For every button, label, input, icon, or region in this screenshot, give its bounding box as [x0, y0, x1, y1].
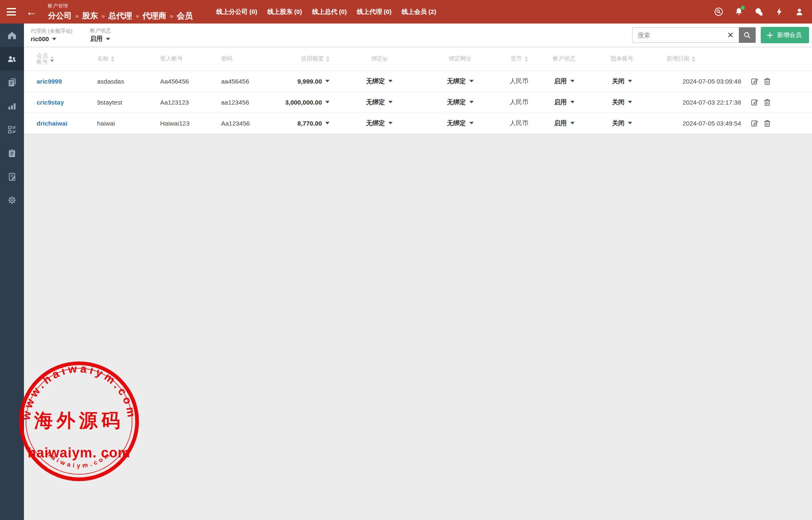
bind-url-dropdown[interactable]: 无绑定 — [427, 71, 494, 92]
breadcrumb-item[interactable]: 总代理 — [108, 11, 132, 21]
sidebar — [0, 24, 24, 520]
member-account-link[interactable]: drichaiwai — [37, 120, 67, 127]
breadcrumb-item[interactable]: 股东 — [82, 11, 98, 21]
chevron-down-icon — [388, 80, 393, 82]
column-header-password: 密码 — [214, 47, 275, 71]
add-member-button[interactable]: 新增会员 — [761, 27, 809, 43]
login-account: Aa123123 — [160, 99, 189, 106]
column-header-login: 登入帐号 — [153, 47, 214, 71]
header-tab-3[interactable]: 线上总代 (0) — [312, 8, 347, 16]
member-account-link[interactable]: aric9999 — [37, 78, 62, 85]
chevron-down-icon — [52, 38, 56, 40]
add-member-label: 新增会员 — [777, 31, 801, 39]
column-header-created[interactable]: 新增日期 — [660, 47, 744, 71]
sidebar-item-clipboard[interactable] — [0, 141, 24, 165]
column-header-bind_ip: 绑定ip — [332, 47, 427, 71]
member-account-link[interactable]: cric9stay — [37, 99, 64, 106]
chevron-down-icon — [628, 101, 632, 103]
status-dropdown[interactable]: 启用 — [544, 71, 584, 92]
notification-dot — [741, 6, 745, 10]
sidebar-item-reports[interactable] — [0, 71, 24, 94]
chevron-down-icon — [325, 122, 330, 124]
hide-bets-dropdown[interactable]: 关闭 — [584, 113, 660, 134]
column-header-currency[interactable]: 货币 — [494, 47, 544, 71]
bind-ip-dropdown[interactable]: 无绑定 — [332, 71, 427, 92]
sidebar-item-members[interactable] — [0, 47, 24, 71]
reports-icon — [7, 78, 17, 87]
chevron-down-icon — [469, 80, 474, 82]
settings-icon — [7, 195, 17, 205]
bind-url-dropdown[interactable]: 无绑定 — [427, 92, 494, 113]
hide-bets-dropdown[interactable]: 关闭 — [584, 92, 660, 113]
password-value: aa456456 — [221, 78, 249, 85]
messages-icon[interactable] — [754, 7, 764, 16]
breadcrumb-block: 帐户管理 分公司»股东»总代理»代理商»会员 — [48, 3, 192, 21]
chevron-down-icon — [570, 101, 575, 103]
bind-url-dropdown[interactable]: 无绑定 — [427, 113, 494, 134]
search-button[interactable] — [739, 27, 756, 43]
clear-search-icon[interactable]: ✕ — [727, 31, 734, 39]
search-icon — [743, 32, 751, 39]
search-input[interactable] — [632, 27, 739, 43]
credit-dropdown[interactable]: 3,000,000.00 — [275, 92, 332, 113]
bind-ip-dropdown[interactable]: 无绑定 — [332, 113, 427, 134]
header-tab-4[interactable]: 线上代理 (0) — [357, 8, 392, 16]
credit-dropdown[interactable]: 8,770.00 — [275, 113, 332, 134]
sidebar-item-ledger[interactable] — [0, 165, 24, 188]
notifications-icon[interactable] — [734, 7, 743, 16]
ledger-icon — [7, 172, 17, 181]
header-tab-1[interactable]: 线上分公司 (0) — [216, 8, 257, 16]
status-dropdown[interactable]: 启用 — [544, 113, 584, 134]
currency-value: 人民币 — [510, 98, 529, 106]
credit-dropdown[interactable]: 9,999.00 — [275, 71, 332, 92]
agent-filter-dropdown[interactable]: 代理商 (余额浮动) ric000 — [31, 28, 72, 42]
chevron-down-icon — [469, 122, 474, 124]
delete-icon[interactable] — [763, 77, 771, 85]
member-name: haiwai — [97, 120, 115, 127]
breadcrumb-item[interactable]: 代理商 — [142, 11, 166, 21]
column-header-account[interactable]: 会员帐号 — [24, 47, 90, 71]
top-bar: ← 帐户管理 分公司»股东»总代理»代理商»会员 线上分公司 (0)线上股东 (… — [0, 0, 812, 24]
hamburger-menu-icon[interactable] — [6, 8, 17, 16]
password-value: aa123456 — [221, 99, 249, 106]
profile-icon[interactable] — [795, 7, 804, 16]
breadcrumb-item[interactable]: 会员 — [177, 11, 192, 21]
chevron-down-icon — [628, 122, 632, 124]
column-header-name[interactable]: 名称 — [90, 47, 153, 71]
agent-filter-label: 代理商 (余额浮动) — [31, 28, 72, 35]
filter-toolbar: 代理商 (余额浮动) ric000 帐户状态 启用 ✕ 新增会员 — [24, 24, 812, 47]
delete-icon[interactable] — [763, 119, 771, 127]
chevron-down-icon — [570, 80, 575, 82]
member-name: asdasdas — [97, 78, 124, 85]
chevron-down-icon — [325, 80, 330, 82]
header-tab-5[interactable]: 线上会员 (2) — [401, 8, 436, 16]
delete-icon[interactable] — [763, 98, 771, 106]
sidebar-item-settings[interactable] — [0, 188, 24, 212]
member-name: 9staytest — [97, 99, 122, 106]
column-header-credit[interactable]: 信用额度 — [275, 47, 332, 71]
sort-arrows-icon — [326, 56, 330, 62]
members-table-card: 会员帐号名称登入帐号密码信用额度绑定ip绑定网址货币帐户状态隐单账号新增日期 a… — [24, 47, 812, 134]
sort-arrows-icon — [692, 56, 695, 62]
status-dropdown[interactable]: 启用 — [544, 92, 584, 113]
edit-icon[interactable] — [751, 119, 759, 127]
table-row: cric9stay9staytestAa123123aa1234563,000,… — [24, 92, 812, 113]
breadcrumb-separator: » — [101, 12, 105, 19]
header-tab-2[interactable]: 线上股东 (0) — [267, 8, 302, 16]
quick-actions-icon[interactable] — [775, 7, 784, 16]
home-icon — [7, 31, 17, 40]
search-icon[interactable] — [714, 7, 723, 16]
sidebar-item-tasks[interactable] — [0, 118, 24, 141]
hide-bets-dropdown[interactable]: 关闭 — [584, 71, 660, 92]
breadcrumb-item[interactable]: 分公司 — [48, 11, 72, 21]
column-header-spacer — [773, 47, 812, 71]
edit-icon[interactable] — [751, 77, 759, 85]
back-button[interactable]: ← — [26, 6, 37, 17]
tasks-icon — [7, 125, 17, 134]
sidebar-item-home[interactable] — [0, 24, 24, 47]
bind-ip-dropdown[interactable]: 无绑定 — [332, 92, 427, 113]
column-header-actions — [744, 47, 773, 71]
status-filter-dropdown[interactable]: 帐户状态 启用 — [90, 27, 111, 43]
edit-icon[interactable] — [751, 98, 759, 106]
sidebar-item-statistics[interactable] — [0, 94, 24, 118]
